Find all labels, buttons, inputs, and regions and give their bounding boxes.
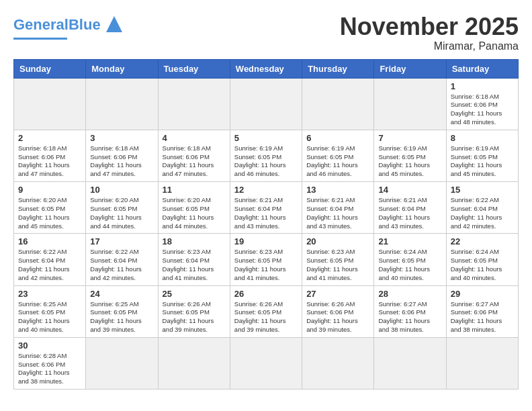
day-info: Sunrise: 6:21 AMSunset: 6:04 PMDaylight:…	[378, 196, 441, 230]
day-number: 21	[378, 236, 441, 246]
calendar-cell: 1Sunrise: 6:18 AMSunset: 6:06 PMDaylight…	[446, 78, 518, 130]
logo-blue: Blue	[69, 16, 101, 33]
day-info: Sunrise: 6:20 AMSunset: 6:05 PMDaylight:…	[18, 196, 81, 230]
day-number: 7	[378, 133, 441, 143]
day-info: Sunrise: 6:18 AMSunset: 6:06 PMDaylight:…	[451, 93, 514, 127]
calendar-cell: 22Sunrise: 6:24 AMSunset: 6:05 PMDayligh…	[446, 234, 518, 285]
day-number: 1	[451, 81, 514, 91]
day-number: 16	[18, 236, 81, 246]
calendar-cell: 18Sunrise: 6:23 AMSunset: 6:04 PMDayligh…	[158, 234, 230, 285]
calendar-cell: 24Sunrise: 6:25 AMSunset: 6:05 PMDayligh…	[86, 285, 158, 337]
day-number: 22	[451, 236, 514, 246]
day-info: Sunrise: 6:28 AMSunset: 6:06 PMDaylight:…	[18, 352, 81, 386]
calendar-cell: 11Sunrise: 6:20 AMSunset: 6:05 PMDayligh…	[158, 182, 230, 234]
calendar-cell: 4Sunrise: 6:18 AMSunset: 6:06 PMDaylight…	[158, 130, 230, 181]
day-info: Sunrise: 6:26 AMSunset: 6:05 PMDaylight:…	[234, 300, 298, 334]
logo-icon	[105, 15, 124, 34]
calendar-cell: 10Sunrise: 6:20 AMSunset: 6:05 PMDayligh…	[86, 182, 158, 234]
calendar-cell	[374, 337, 446, 389]
day-number: 13	[306, 185, 369, 195]
col-thursday: Thursday	[302, 59, 374, 78]
day-number: 9	[18, 185, 81, 195]
calendar-cell	[14, 78, 86, 130]
day-number: 20	[306, 236, 369, 246]
day-number: 2	[18, 133, 81, 143]
calendar-cell: 25Sunrise: 6:26 AMSunset: 6:05 PMDayligh…	[158, 285, 230, 337]
calendar-title: November 2025	[340, 13, 519, 40]
col-saturday: Saturday	[446, 59, 518, 78]
logo-underline	[13, 38, 67, 40]
calendar-cell: 26Sunrise: 6:26 AMSunset: 6:05 PMDayligh…	[230, 285, 302, 337]
calendar-cell: 27Sunrise: 6:26 AMSunset: 6:06 PMDayligh…	[302, 285, 374, 337]
day-info: Sunrise: 6:24 AMSunset: 6:05 PMDaylight:…	[451, 248, 514, 282]
calendar-week-3: 9Sunrise: 6:20 AMSunset: 6:05 PMDaylight…	[14, 182, 519, 234]
day-number: 12	[234, 185, 298, 195]
calendar-week-2: 2Sunrise: 6:18 AMSunset: 6:06 PMDaylight…	[14, 130, 519, 181]
day-number: 17	[90, 236, 153, 246]
calendar-cell: 9Sunrise: 6:20 AMSunset: 6:05 PMDaylight…	[14, 182, 86, 234]
day-number: 10	[90, 185, 153, 195]
day-number: 24	[90, 289, 153, 299]
calendar-week-1: 1Sunrise: 6:18 AMSunset: 6:06 PMDaylight…	[14, 78, 519, 130]
day-info: Sunrise: 6:18 AMSunset: 6:06 PMDaylight:…	[18, 144, 81, 179]
calendar-cell: 13Sunrise: 6:21 AMSunset: 6:04 PMDayligh…	[302, 182, 374, 234]
col-wednesday: Wednesday	[230, 59, 302, 78]
page-header: GeneralBlue November 2025 Miramar, Panam…	[13, 13, 519, 52]
day-number: 8	[451, 133, 514, 143]
calendar-cell: 5Sunrise: 6:19 AMSunset: 6:05 PMDaylight…	[230, 130, 302, 181]
calendar-cell	[374, 78, 446, 130]
calendar-cell: 16Sunrise: 6:22 AMSunset: 6:04 PMDayligh…	[14, 234, 86, 285]
calendar-cell	[158, 337, 230, 389]
calendar-subtitle: Miramar, Panama	[340, 40, 519, 52]
calendar-cell: 3Sunrise: 6:18 AMSunset: 6:06 PMDaylight…	[86, 130, 158, 181]
day-info: Sunrise: 6:23 AMSunset: 6:05 PMDaylight:…	[234, 248, 298, 282]
calendar-cell: 8Sunrise: 6:19 AMSunset: 6:05 PMDaylight…	[446, 130, 518, 181]
logo-text: GeneralBlue	[13, 16, 101, 34]
day-info: Sunrise: 6:27 AMSunset: 6:06 PMDaylight:…	[451, 300, 514, 334]
calendar-cell: 7Sunrise: 6:19 AMSunset: 6:05 PMDaylight…	[374, 130, 446, 181]
day-number: 6	[306, 133, 369, 143]
calendar-cell: 2Sunrise: 6:18 AMSunset: 6:06 PMDaylight…	[14, 130, 86, 181]
calendar-cell: 30Sunrise: 6:28 AMSunset: 6:06 PMDayligh…	[14, 337, 86, 389]
logo: GeneralBlue	[13, 13, 124, 40]
day-info: Sunrise: 6:18 AMSunset: 6:06 PMDaylight:…	[90, 144, 153, 179]
title-block: November 2025 Miramar, Panama	[340, 13, 519, 52]
day-number: 27	[306, 289, 369, 299]
calendar-cell: 14Sunrise: 6:21 AMSunset: 6:04 PMDayligh…	[374, 182, 446, 234]
day-info: Sunrise: 6:19 AMSunset: 6:05 PMDaylight:…	[451, 144, 514, 179]
calendar-cell	[230, 78, 302, 130]
calendar-week-6: 30Sunrise: 6:28 AMSunset: 6:06 PMDayligh…	[14, 337, 519, 389]
calendar-header-row: Sunday Monday Tuesday Wednesday Thursday…	[14, 59, 519, 78]
calendar-cell: 20Sunrise: 6:23 AMSunset: 6:05 PMDayligh…	[302, 234, 374, 285]
col-friday: Friday	[374, 59, 446, 78]
calendar-cell: 19Sunrise: 6:23 AMSunset: 6:05 PMDayligh…	[230, 234, 302, 285]
calendar-table: Sunday Monday Tuesday Wednesday Thursday…	[13, 59, 519, 390]
day-info: Sunrise: 6:25 AMSunset: 6:05 PMDaylight:…	[18, 300, 81, 334]
day-info: Sunrise: 6:27 AMSunset: 6:06 PMDaylight:…	[378, 300, 441, 334]
day-number: 4	[163, 133, 226, 143]
calendar-week-4: 16Sunrise: 6:22 AMSunset: 6:04 PMDayligh…	[14, 234, 519, 285]
day-info: Sunrise: 6:22 AMSunset: 6:04 PMDaylight:…	[18, 248, 81, 282]
day-info: Sunrise: 6:24 AMSunset: 6:05 PMDaylight:…	[378, 248, 441, 282]
day-number: 25	[163, 289, 226, 299]
calendar-cell	[302, 78, 374, 130]
day-number: 29	[451, 289, 514, 299]
col-monday: Monday	[86, 59, 158, 78]
day-info: Sunrise: 6:22 AMSunset: 6:04 PMDaylight:…	[451, 196, 514, 230]
day-number: 19	[234, 236, 298, 246]
calendar-cell	[446, 337, 518, 389]
calendar-cell: 12Sunrise: 6:21 AMSunset: 6:04 PMDayligh…	[230, 182, 302, 234]
day-info: Sunrise: 6:20 AMSunset: 6:05 PMDaylight:…	[90, 196, 153, 230]
day-number: 18	[163, 236, 226, 246]
day-info: Sunrise: 6:23 AMSunset: 6:04 PMDaylight:…	[163, 248, 226, 282]
day-info: Sunrise: 6:26 AMSunset: 6:06 PMDaylight:…	[306, 300, 369, 334]
calendar-cell: 29Sunrise: 6:27 AMSunset: 6:06 PMDayligh…	[446, 285, 518, 337]
svg-marker-0	[106, 16, 122, 32]
day-number: 30	[18, 340, 81, 351]
calendar-cell: 23Sunrise: 6:25 AMSunset: 6:05 PMDayligh…	[14, 285, 86, 337]
calendar-cell: 28Sunrise: 6:27 AMSunset: 6:06 PMDayligh…	[374, 285, 446, 337]
col-sunday: Sunday	[14, 59, 86, 78]
day-number: 14	[378, 185, 441, 195]
logo-general: General	[13, 16, 69, 33]
calendar-cell	[86, 337, 158, 389]
